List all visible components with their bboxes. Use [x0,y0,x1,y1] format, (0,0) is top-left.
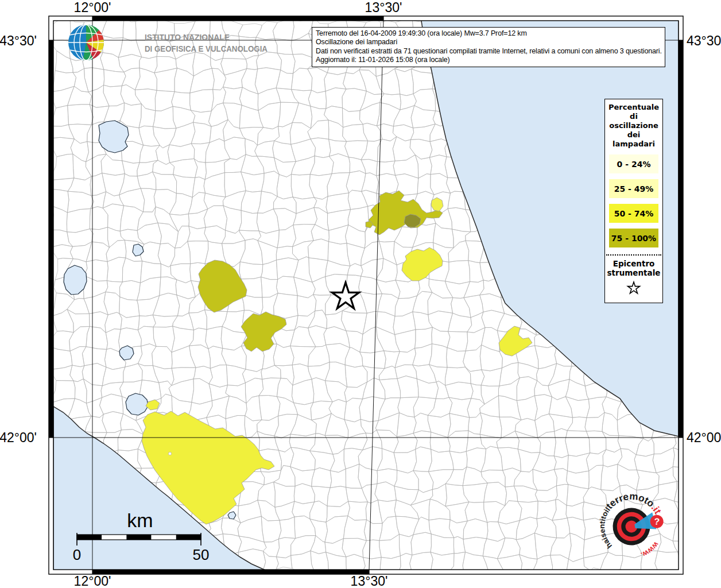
legend-divider [606,254,661,256]
municipality-enclave [168,452,171,455]
ingv-name-line1: ISTITUTO NAZIONALE [145,32,230,42]
legend-class-swatch: 0 - 24% [609,154,658,173]
axis-label-right-lat-42-00: 42°00' [687,430,721,445]
legend-title-line: oscillazione [605,121,662,130]
legend-title-line: di [605,112,662,121]
legend-epicenter-line: Epicentro [605,259,662,268]
axis-label-right-lat-43-30: 43°30' [687,33,721,48]
frame-band [92,16,383,21]
legend: Percentuale di oscillazione dei lampadar… [604,99,663,303]
scale-segment [176,535,201,540]
frame-band [679,40,683,438]
legend-title-line: lampadari [605,140,662,149]
info-box-line: Terremoto del 16-04-2009 19:49:30 (ora l… [316,29,661,38]
frame-band [49,40,53,438]
info-box-line: Dati non verificati estratti da 71 quest… [316,47,661,56]
map-screenshot: km 0 50 [0,0,721,588]
legend-title-line: dei [605,130,662,140]
legend-title-line: Percentuale [605,103,662,112]
legend-classes: 0 - 24%25 - 49%50 - 74%75 - 100% [605,154,662,247]
legend-epicenter-line: strumentale [605,268,662,277]
info-box-line: Aggiornato il: 11-01-2026 15:08 (ora loc… [316,56,661,64]
legend-class-swatch: 75 - 100% [609,229,658,247]
axis-label-bottom-lon-13-30: 13°30' [351,574,388,588]
scale-segment [152,535,176,540]
ingv-name-line2: DI GEOFISICA E VULCANOLOGIA [145,44,268,53]
frame-band [92,570,369,574]
legend-epicenter-label: Epicentro strumentale [605,259,662,277]
legend-epicenter-symbol [605,280,662,298]
scale-unit-label: km [127,509,153,531]
axis-label-top-lon-12: 12°00' [74,0,111,15]
scale-start-label: 0 [73,546,81,563]
scale-segment [77,535,102,540]
info-box-line: Oscillazione dei lampadari [316,38,661,47]
scale-segment [126,535,151,540]
scale-segment [102,535,126,540]
epicenter-star-glyph [628,282,640,293]
legend-class-swatch: 50 - 74% [609,204,658,223]
axis-label-top-lon-13-30: 13°30' [365,0,402,15]
map-canvas: km 0 50 [49,16,697,579]
legend-class-swatch: 25 - 49% [609,179,658,198]
epicenter-star-icon [626,280,642,296]
question-mark: ? [654,516,660,527]
scale-end-label: 50 [193,546,210,563]
axis-label-bottom-lon-12: 12°00' [74,574,111,588]
earthquake-info-box: Terremoto del 16-04-2009 19:49:30 (ora l… [312,27,665,67]
legend-title: Percentuale di oscillazione dei lampadar… [605,103,662,149]
axis-label-left-lat-43-30: 43°30' [0,33,37,48]
lake-trasimeno [99,121,129,153]
axis-label-left-lat-42-00: 42°00' [0,430,37,445]
